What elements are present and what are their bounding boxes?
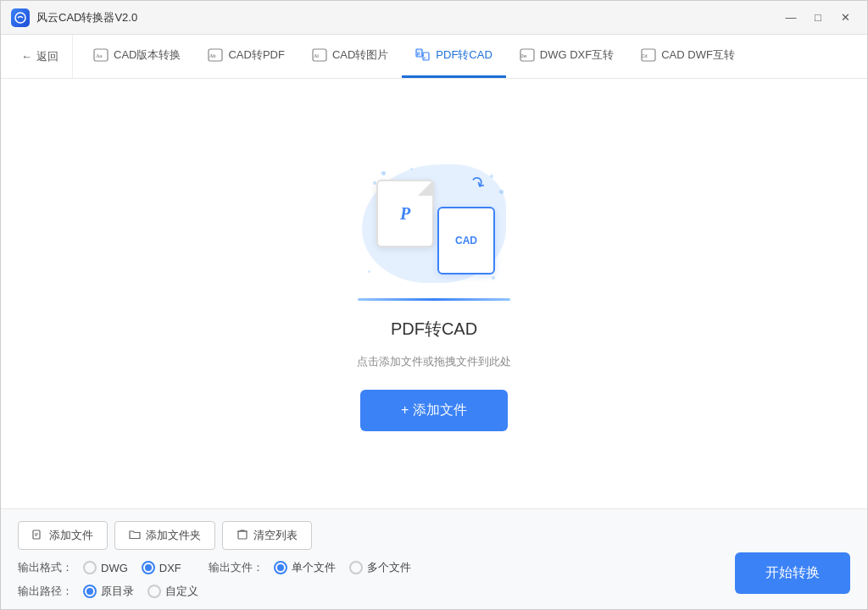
tab-icon-dwg-dxf: Dw [520, 47, 535, 63]
page-title: PDF转CAD [391, 318, 477, 341]
file-radio-group: 单个文件 多个文件 [274, 560, 411, 575]
tab-label-cad-dwf: CAD DWF互转 [661, 47, 735, 63]
drop-area[interactable]: P ↷ CAD PDF转CAD 点击添加文件或拖拽文件到此处 + 添加文件 [332, 139, 536, 448]
bottom-add-file-label: 添加文件 [49, 528, 93, 543]
file-single-radio[interactable] [274, 561, 287, 574]
decor-dot-1 [381, 171, 386, 175]
path-original-radio[interactable] [83, 585, 97, 598]
file-multi-radio[interactable] [349, 561, 363, 574]
decor-dot-6 [368, 270, 370, 273]
file-single-label: 单个文件 [292, 560, 336, 575]
svg-text:Cd: Cd [642, 53, 648, 58]
svg-text:C: C [424, 56, 426, 60]
decor-dot-5 [499, 190, 504, 194]
format-dwg-radio[interactable] [83, 561, 97, 574]
svg-text:Dw: Dw [520, 53, 527, 58]
tab-icon-cad-pdf: Ab [208, 47, 223, 63]
close-button[interactable]: ✕ [833, 8, 857, 27]
svg-rect-16 [238, 531, 247, 539]
title-bar: 风云CAD转换器V2.0 — □ ✕ [1, 1, 867, 35]
tab-icon-cad-dwf: Cd [641, 47, 656, 63]
bottom-add-file-button[interactable]: 添加文件 [18, 521, 108, 550]
settings-row-1: 输出格式： DWG DXF 输出文件： 单个文件 [18, 560, 850, 575]
tab-icon-cad-image: Ai [312, 47, 327, 63]
path-original-label: 原目录 [101, 584, 134, 599]
add-file-icon [32, 529, 44, 543]
start-convert-button[interactable]: 开始转换 [735, 552, 850, 594]
bottom-bar: 添加文件 添加文件夹 清空列表 输出格式： [1, 508, 867, 609]
path-original-option[interactable]: 原目录 [83, 584, 134, 599]
format-dxf-radio[interactable] [142, 561, 155, 574]
maximize-button[interactable]: □ [806, 8, 830, 27]
app-icon [11, 8, 30, 27]
decoration-line [358, 298, 510, 301]
cad-file-icon: CAD [437, 207, 495, 274]
tab-cad-version[interactable]: Aa CAD版本转换 [80, 35, 194, 78]
path-custom-label: 自定义 [165, 584, 198, 599]
illustration-container: P ↷ CAD [349, 156, 519, 291]
nav-tabs: Aa CAD版本转换 Ab CAD转PDF Ai CAD转图 [80, 35, 860, 78]
output-file-label: 输出文件： [209, 560, 264, 575]
tab-cad-image[interactable]: Ai CAD转图片 [298, 35, 402, 78]
back-arrow-icon: ← [21, 50, 32, 63]
output-file-group: 输出文件： 单个文件 多个文件 [209, 560, 411, 575]
output-path-group: 输出路径： 原目录 自定义 [18, 584, 198, 599]
settings-row-2: 输出路径： 原目录 自定义 [18, 584, 850, 599]
format-dwg-option[interactable]: DWG [83, 561, 128, 574]
pdf-file-icon: P [376, 180, 434, 247]
tab-label-dwg-dxf: DWG DXF互转 [540, 47, 614, 63]
tab-label-cad-image: CAD转图片 [332, 47, 388, 63]
main-content: P ↷ CAD PDF转CAD 点击添加文件或拖拽文件到此处 + 添加文件 [1, 79, 867, 508]
file-single-option[interactable]: 单个文件 [274, 560, 336, 575]
tab-label-cad-version: CAD版本转换 [114, 47, 181, 63]
path-custom-radio[interactable] [147, 585, 161, 598]
bottom-clear-label: 清空列表 [253, 528, 298, 543]
path-radio-group: 原目录 自定义 [83, 584, 198, 599]
svg-text:Ab: Ab [209, 53, 216, 58]
file-multi-option[interactable]: 多个文件 [349, 560, 411, 575]
decor-dot-7 [492, 276, 495, 280]
main-add-file-button[interactable]: + 添加文件 [360, 390, 508, 431]
bottom-add-folder-button[interactable]: 添加文件夹 [114, 521, 215, 550]
nav-bar: ← 返回 Aa CAD版本转换 Ab CAD转PDF [1, 35, 867, 79]
app-title: 风云CAD转换器V2.0 [36, 10, 137, 25]
window-controls: — □ ✕ [779, 8, 857, 27]
format-dxf-label: DXF [159, 562, 181, 574]
bottom-action-row: 添加文件 添加文件夹 清空列表 [18, 521, 850, 550]
tab-label-pdf-cad: PDF转CAD [436, 47, 492, 63]
tab-cad-pdf[interactable]: Ab CAD转PDF [194, 35, 298, 78]
format-dwg-label: DWG [101, 562, 128, 574]
format-radio-group: DWG DXF [83, 561, 181, 574]
tab-dwg-dxf[interactable]: Dw DWG DXF互转 [506, 35, 627, 78]
format-dxf-option[interactable]: DXF [142, 561, 181, 574]
output-format-group: 输出格式： DWG DXF [18, 560, 181, 575]
svg-text:Aa: Aa [96, 53, 102, 58]
bottom-clear-button[interactable]: 清空列表 [222, 521, 312, 550]
decor-dot-4 [490, 175, 493, 178]
decor-dot-3 [410, 168, 413, 170]
drop-hint: 点击添加文件或拖拽文件到此处 [357, 354, 511, 369]
tab-icon-pdf-cad: P C [415, 47, 431, 63]
tab-pdf-cad[interactable]: P C PDF转CAD [402, 35, 505, 78]
add-folder-icon [129, 529, 141, 543]
bottom-add-folder-label: 添加文件夹 [146, 528, 201, 543]
clear-icon [236, 529, 248, 543]
tab-label-cad-pdf: CAD转PDF [228, 47, 284, 63]
svg-text:Ai: Ai [314, 53, 319, 58]
back-label: 返回 [36, 49, 58, 64]
file-multi-label: 多个文件 [367, 560, 411, 575]
minimize-button[interactable]: — [779, 8, 803, 27]
tab-icon-cad-version: Aa [93, 47, 108, 63]
output-path-label: 输出路径： [18, 584, 73, 599]
output-format-label: 输出格式： [18, 560, 73, 575]
svg-rect-15 [33, 530, 40, 539]
svg-point-0 [15, 13, 25, 23]
back-button[interactable]: ← 返回 [8, 35, 73, 78]
path-custom-option[interactable]: 自定义 [147, 584, 198, 599]
tab-cad-dwf[interactable]: Cd CAD DWF互转 [627, 35, 748, 78]
